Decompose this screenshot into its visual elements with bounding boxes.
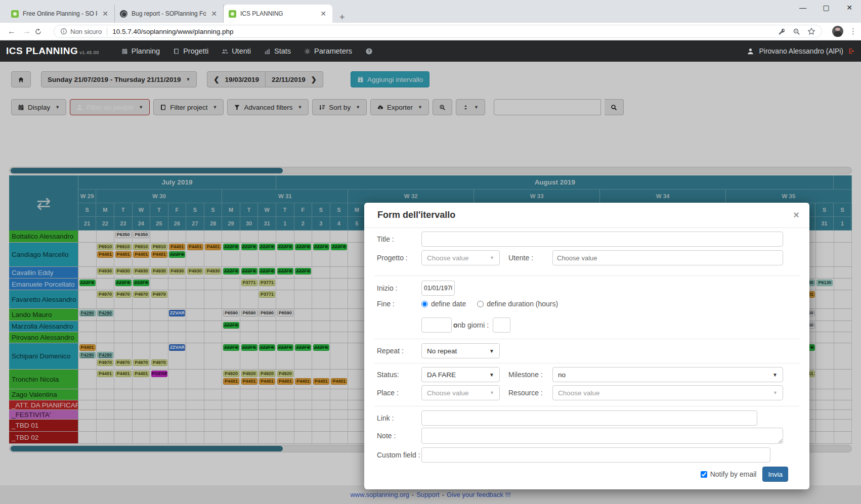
utente-select[interactable] <box>552 250 783 265</box>
modal-close-icon[interactable]: × <box>793 209 799 221</box>
soplanning-favicon-icon <box>229 10 236 18</box>
back-icon[interactable]: ← <box>4 27 19 36</box>
nb-giorni-input[interactable] <box>493 317 510 333</box>
browser-navbar: ← → Non sicuro 10.5.7.40/soplanning/www/… <box>0 23 861 40</box>
globe-favicon-icon <box>120 10 127 18</box>
tab-title: ICS PLANNING <box>240 10 315 17</box>
app-header: ICS PLANNINGv1.45.00 PlanningProgettiUte… <box>0 40 861 62</box>
app-viewport: ICS PLANNINGv1.45.00 PlanningProgettiUte… <box>0 40 861 504</box>
stats-icon <box>264 48 271 55</box>
bookmark-star-icon[interactable] <box>807 27 815 35</box>
progetto-select[interactable]: Choose value▼ <box>421 250 500 265</box>
o-label: o <box>453 321 458 329</box>
user-icon <box>747 48 754 55</box>
custom-field-input[interactable] <box>421 447 770 463</box>
browser-menu-icon[interactable]: ⋮ <box>849 27 857 36</box>
resource-select[interactable]: Choose value▼ <box>552 385 783 400</box>
custom-field-label: Custom field : <box>377 451 421 459</box>
reload-icon[interactable] <box>34 28 50 35</box>
window-maximize-button[interactable]: ▢ <box>814 0 838 17</box>
info-icon <box>60 28 67 35</box>
app-version: v1.45.00 <box>79 50 99 55</box>
status-select[interactable]: DA FARE▼ <box>421 367 500 382</box>
key-icon[interactable] <box>778 28 786 35</box>
app-brand: ICS PLANNINGv1.45.00 <box>6 45 99 57</box>
fine-field-label: Fine : <box>377 300 421 308</box>
utente-field-label: Utente : <box>508 254 552 262</box>
new-tab-button[interactable]: + <box>332 12 352 23</box>
resource-field-label: Resource : <box>508 389 552 397</box>
define-duration-radio[interactable]: define duration (hours) <box>477 300 558 308</box>
browser-tab-2[interactable]: ICS PLANNING✕ <box>224 5 332 23</box>
tab-title: Free Online Planning - SO Planning <box>23 10 97 17</box>
title-input[interactable] <box>421 232 783 247</box>
define-duration-radio-input[interactable] <box>477 301 484 307</box>
repeat-field-label: Repeat : <box>377 347 421 355</box>
users-icon <box>222 48 228 55</box>
progetto-field-label: Progetto : <box>377 254 421 262</box>
svg-text:?: ? <box>368 49 370 54</box>
milestone-select[interactable]: no▼ <box>552 367 783 382</box>
title-field-label: Title : <box>377 235 421 243</box>
browser-profile-avatar[interactable] <box>832 26 843 37</box>
link-input[interactable] <box>421 410 757 426</box>
book-icon <box>173 48 180 55</box>
gears-icon <box>304 48 311 55</box>
note-field-label: Note : <box>377 432 421 440</box>
tab-close-icon[interactable]: ✕ <box>319 10 327 18</box>
status-field-label: Status: <box>377 371 421 379</box>
define-date-radio[interactable]: define date <box>421 300 466 308</box>
nav-item-planning[interactable]: Planning <box>121 47 160 55</box>
browser-tab-1[interactable]: Bug report - SOPlanning Forum✕ <box>115 5 224 23</box>
zoom-indicator-icon[interactable] <box>793 28 800 35</box>
notify-by-email-checkbox[interactable]: Notify by email <box>701 470 757 478</box>
nav-item-help[interactable]: ? <box>365 48 376 55</box>
soplanning-favicon-icon <box>11 10 19 18</box>
nav-item-utenti[interactable]: Utenti <box>222 47 251 55</box>
milestone-field-label: Milestone : <box>508 371 552 379</box>
nav-item-stats[interactable]: Stats <box>264 47 291 55</box>
browser-tab-0[interactable]: Free Online Planning - SO Planning✕ <box>6 5 115 23</box>
security-label: Non sicuro <box>70 28 102 35</box>
place-select[interactable]: Choose value▼ <box>421 385 500 400</box>
submit-button[interactable]: Invia <box>762 467 788 482</box>
link-field-label: Link : <box>377 414 421 422</box>
window-minimize-button[interactable]: — <box>791 0 814 17</box>
modal-title: Form dell'itervallo <box>377 210 455 220</box>
interval-form-modal: Form dell'itervallo × Title : Progetto :… <box>364 203 809 489</box>
browser-tab-strip: Free Online Planning - SO Planning✕Bug r… <box>0 0 861 23</box>
nav-item-progetti[interactable]: Progetti <box>173 47 208 55</box>
tab-close-icon[interactable]: ✕ <box>210 10 218 18</box>
note-textarea[interactable] <box>421 428 783 444</box>
place-field-label: Place : <box>377 389 421 397</box>
question-icon: ? <box>365 48 373 55</box>
define-date-radio-input[interactable] <box>421 301 428 307</box>
repeat-select[interactable]: No repeat▼ <box>421 343 500 358</box>
nb-giorni-label: nb giorni : <box>458 321 489 329</box>
address-bar[interactable]: Non sicuro 10.5.7.40/soplanning/www/plan… <box>54 25 822 38</box>
tab-close-icon[interactable]: ✕ <box>101 10 109 18</box>
tab-title: Bug report - SOPlanning Forum <box>132 10 206 17</box>
fine-date-input[interactable] <box>421 317 452 333</box>
nav-item-parameters[interactable]: Parameters <box>304 47 352 55</box>
logged-user-name[interactable]: Pirovano Alessandro (AlPi) <box>759 47 843 55</box>
inizio-date-input[interactable] <box>421 281 455 296</box>
logout-icon[interactable] <box>848 48 855 55</box>
security-indicator[interactable]: Non sicuro <box>60 28 107 35</box>
window-close-button[interactable]: ✕ <box>838 0 861 17</box>
forward-icon[interactable]: → <box>19 27 34 36</box>
url-text[interactable]: 10.5.7.40/soplanning/www/planning.php <box>107 28 778 35</box>
inizio-field-label: Inizio : <box>377 284 421 292</box>
window-controls: — ▢ ✕ <box>791 0 861 17</box>
calendar-icon <box>121 48 128 55</box>
notify-checkbox-input[interactable] <box>701 471 707 478</box>
